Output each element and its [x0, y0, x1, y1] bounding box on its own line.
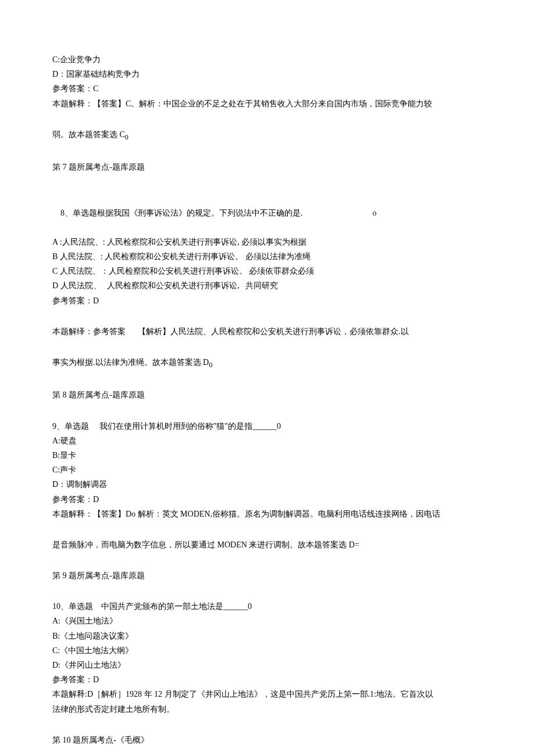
- option-a: A:硬盘: [52, 433, 483, 448]
- option-a: A:《兴国土地法》: [52, 614, 483, 628]
- topic-tag: 第 7 题所属考点-题库原题: [52, 160, 483, 174]
- explanation-part2: 是音频脉冲，而电脑为数字信息，所以要通过 MODEN 来进行调制。故本题答案选 …: [52, 538, 483, 552]
- question-9-tag: 第 9 题所属考点-题库原题: [52, 568, 483, 583]
- question-10-tag: 第 10 题所属考点-《毛概》: [52, 733, 483, 747]
- option-c: C:《中国土地法大纲》: [52, 643, 483, 658]
- question-8-explanation-cont: 事实为根据.以法律为准绳。故本题答案选 D0: [52, 355, 483, 371]
- explanation-part2: 法律的形式否定封建土地所有制。: [52, 702, 483, 716]
- question-7-explanation-cont: 弱。故本题答案选 C0: [52, 127, 483, 144]
- topic-tag: 第 10 题所属考点-《毛概》: [52, 733, 483, 747]
- reference-answer: 参考答案：C: [52, 81, 483, 96]
- question-9-explanation-cont: 是音频脉冲，而电脑为数字信息，所以要通过 MODEN 来进行调制。故本题答案选 …: [52, 538, 483, 552]
- explanation-part1: 本题解释:D［解析］1928 年 12 月制定了《井冈山上地法》，这是中国共产党…: [52, 687, 483, 701]
- option-c: C:声卡: [52, 463, 483, 477]
- question-stem: 10、单选题 中国共产党颁布的第一部土地法是______0: [52, 599, 483, 614]
- question-8: 8、单选题根据我国《刑事诉讼法》的规定。下列说法中不正确的是.o A :人民法院…: [52, 191, 483, 308]
- question-10: 10、单选题 中国共产党颁布的第一部土地法是______0 A:《兴国土地法》 …: [52, 599, 483, 716]
- question-8-tag: 第 8 题所属考点-题库原题: [52, 388, 483, 402]
- explanation-part1: 本题解释：【答案】C。解析：中国企业的不足之处在于其销售收入大部分来自国内市场，…: [52, 96, 483, 111]
- reference-answer: 参考答案：D: [52, 293, 483, 308]
- reference-answer: 参考答案：D: [52, 672, 483, 687]
- topic-tag: 第 8 题所属考点-题库原题: [52, 388, 483, 402]
- option-d: D：国家基础结构竞争力: [52, 67, 483, 81]
- question-9: 9、单选题 我们在使用计算机时用到的俗称"猫"的是指______0 A:硬盘 B…: [52, 419, 483, 521]
- question-8-explanation: 本题解绎：参考答案 【解析】人民法院、人民检察院和公安机关进行刑事诉讼，必须依靠…: [52, 324, 483, 339]
- question-7-tag: 第 7 题所属考点-题库原题: [52, 160, 483, 174]
- option-b: B 人民法院、: 人民检察院和公安机关进行刑事诉讼。 必须以法律为准绳: [52, 249, 483, 264]
- question-stem: 8、单选题根据我国《刑事诉讼法》的规定。下列说法中不正确的是.o: [52, 191, 483, 235]
- subscript-zero: 0: [125, 133, 129, 141]
- question-7-tail: C:企业竞争力 D：国家基础结构竞争力 参考答案：C 本题解释：【答案】C。解析…: [52, 52, 483, 111]
- subscript-zero: 0: [209, 361, 212, 369]
- question-stem: 9、单选题 我们在使用计算机时用到的俗称"猫"的是指______0: [52, 419, 483, 433]
- option-d: D 人民法院、 人民检察院和公安机关进行刑事诉讼, 共同研究: [52, 278, 483, 293]
- explanation-part2a: 事实为根据.以法律为准绳。故本题答案选 D: [52, 358, 209, 367]
- option-d: D：调制解调器: [52, 477, 483, 492]
- option-a: A :人民法院、: 人民检察院和公安机关进行刑事诉讼, 必须以事实为根据: [52, 235, 483, 249]
- reference-answer: 参考答案：D: [52, 492, 483, 507]
- stem-text: 8、单选题根据我国《刑事诉讼法》的规定。下列说法中不正确的是.: [60, 209, 303, 217]
- topic-tag: 第 9 题所属考点-题库原题: [52, 568, 483, 583]
- option-c: C:企业竞争力: [52, 52, 483, 67]
- stem-trailing: o: [373, 209, 377, 217]
- option-b: B:《土地问题决议案》: [52, 629, 483, 643]
- explanation-part1: 本题解释：【答案】Do 解析：英文 MODEN,俗称猫。原名为调制解调器。电脑利…: [52, 507, 483, 521]
- option-b: B:显卡: [52, 448, 483, 463]
- explanation-part1: 本题解绎：参考答案 【解析】人民法院、人民检察院和公安机关进行刑事诉讼，必须依靠…: [52, 324, 483, 339]
- explanation-part2a: 弱。故本题答案选 C: [52, 130, 125, 139]
- option-d: D:《井冈山土地法》: [52, 658, 483, 672]
- option-c: C 人民法院、：人民检察院和公安机关进行刑事诉讼。 必须依罪群众必须: [52, 264, 483, 278]
